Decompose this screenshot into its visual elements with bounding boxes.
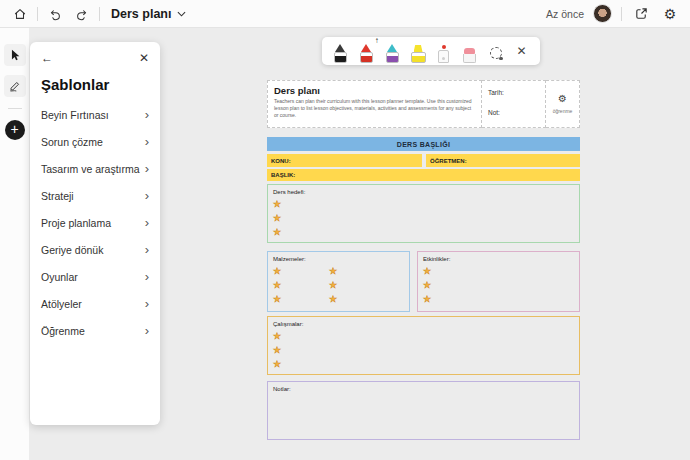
star-icon: ★ (329, 278, 337, 292)
red-pen-tool[interactable]: ↑ (356, 39, 377, 63)
item-geriye-donuk[interactable]: Geriye dönük › (30, 236, 160, 263)
star-icon: ★ (273, 197, 574, 211)
template-header-row: Ders planı Teachers can plan their curri… (267, 80, 580, 128)
laser-pointer-icon (438, 45, 449, 63)
star-icon: ★ (273, 278, 281, 292)
pen-toolbar: ↑ ✕ (322, 37, 540, 65)
board-title-dropdown[interactable]: Ders planı (107, 5, 190, 23)
share-button[interactable] (631, 4, 651, 24)
home-button[interactable] (10, 4, 30, 24)
star-icon: ★ (423, 264, 574, 278)
template-description: Teachers can plan their curriculum with … (274, 98, 475, 119)
create-button[interactable]: + (5, 120, 25, 140)
chevron-right-icon: › (145, 297, 149, 310)
ogretmen-label: ÖĞRETMEN: (430, 158, 467, 164)
chevron-right-icon: › (145, 108, 149, 121)
plus-icon: + (10, 121, 18, 137)
section-label: Ders hedefi: (273, 189, 574, 195)
lesson-plan-template: Ders planı Teachers can plan their curri… (267, 80, 580, 440)
star-list: ★★★ (329, 264, 337, 306)
item-ogrenme[interactable]: Öğrenme › (30, 317, 160, 344)
chevron-right-icon: › (145, 162, 149, 175)
template-title: Ders planı (274, 85, 475, 96)
select-cursor-icon (8, 48, 22, 62)
star-list: ★★★ (423, 264, 574, 306)
star-icon: ★ (423, 292, 574, 306)
board-title: Ders planı (111, 7, 171, 21)
black-pen-tool[interactable] (330, 39, 351, 63)
close-icon[interactable]: ✕ (139, 52, 149, 64)
lesson-title-bar[interactable]: DERS BAŞLIĞI (267, 137, 580, 151)
back-icon[interactable]: ← (41, 52, 53, 64)
baslik-label: BAŞLIK: (271, 172, 295, 178)
highlighter-tool[interactable] (408, 39, 429, 63)
star-icon: ★ (273, 329, 574, 343)
section-label: Çalışmalar: (273, 321, 574, 327)
undo-icon (48, 7, 62, 21)
eraser-icon (463, 48, 476, 63)
star-icon: ★ (329, 264, 337, 278)
pen-tool-button[interactable] (4, 75, 26, 97)
close-pen-toolbar-button[interactable]: ✕ (511, 39, 532, 63)
share-icon (634, 6, 649, 21)
template-header-card[interactable]: Ders planı Teachers can plan their curri… (267, 80, 482, 128)
baslik-cell[interactable]: BAŞLIK: (267, 169, 580, 181)
home-icon (13, 7, 27, 21)
note-field-label: Not: (488, 109, 539, 116)
item-label: Oyunlar (41, 271, 78, 283)
star-icon: ★ (329, 292, 337, 306)
lasso-icon (490, 47, 502, 59)
chevron-right-icon: › (145, 243, 149, 256)
laser-pointer-tool[interactable] (434, 39, 455, 63)
star-icon: ★ (423, 278, 574, 292)
galaxy-pen-icon (386, 44, 399, 63)
item-atolyeler[interactable]: Atölyeler › (30, 290, 160, 317)
galaxy-pen-tool[interactable] (382, 39, 403, 63)
item-strateji[interactable]: Strateji › (30, 182, 160, 209)
item-oyunlar[interactable]: Oyunlar › (30, 263, 160, 290)
item-sorun-cozme[interactable]: Sorun çözme › (30, 128, 160, 155)
red-pen-icon (360, 44, 373, 63)
avatar[interactable] (593, 4, 612, 23)
konu-cell[interactable]: KONU: (267, 154, 422, 167)
divider (8, 108, 22, 109)
eraser-tool[interactable] (459, 39, 480, 63)
lesson-title-bar-label: DERS BAŞLIĞI (397, 141, 450, 148)
item-beyin-firtinasi[interactable]: Beyin Fırtınası › (30, 101, 160, 128)
ogretmen-cell[interactable]: ÖĞRETMEN: (426, 154, 580, 167)
section-label: Etkinlikler: (423, 256, 574, 262)
gear-icon: ⚙ (664, 7, 677, 21)
item-label: Atölyeler (41, 298, 82, 310)
section-calismalar[interactable]: Çalışmalar: ★★★ (267, 316, 580, 375)
app-top-bar: Ders planı Az önce ⚙ (0, 0, 690, 28)
section-etkinlikler[interactable]: Etkinlikler: ★★★ (417, 251, 580, 312)
redo-button[interactable] (72, 4, 92, 24)
chevron-right-icon: › (145, 324, 149, 337)
divider (99, 7, 100, 21)
templates-list: Beyin Fırtınası › Sorun çözme › Tasarım … (30, 101, 160, 344)
chevron-right-icon: › (145, 270, 149, 283)
redo-icon (75, 7, 89, 21)
select-tool-button[interactable] (4, 44, 26, 66)
item-label: Beyin Fırtınası (41, 109, 109, 121)
item-label: Öğrenme (41, 325, 85, 337)
black-pen-icon (334, 44, 347, 63)
date-note-card[interactable]: Tarih: Not: (482, 80, 546, 128)
star-icon: ★ (273, 357, 574, 371)
lasso-select-tool[interactable] (485, 39, 506, 63)
item-tasarim-ve-arastirma[interactable]: Tasarım ve araştırma › (30, 155, 160, 182)
section-notlar[interactable]: Notlar: (267, 381, 580, 440)
undo-button[interactable] (45, 4, 65, 24)
star-icon: ★ (273, 343, 574, 357)
section-ders-hedefi[interactable]: Ders hedefi: ★★★ (267, 184, 580, 243)
item-label: Tasarım ve araştırma (41, 163, 140, 175)
category-badge-card[interactable]: ⚙ öğrenme (546, 80, 580, 128)
star-icon: ★ (273, 292, 281, 306)
highlighter-icon (411, 45, 426, 63)
section-malzemeler[interactable]: Malzemeler: ★★★ ★★★ (267, 251, 410, 312)
pen-icon (8, 79, 22, 93)
settings-button[interactable]: ⚙ (660, 4, 680, 24)
item-proje-planlama[interactable]: Proje planlama › (30, 209, 160, 236)
chevron-right-icon: › (145, 216, 149, 229)
item-label: Sorun çözme (41, 136, 103, 148)
